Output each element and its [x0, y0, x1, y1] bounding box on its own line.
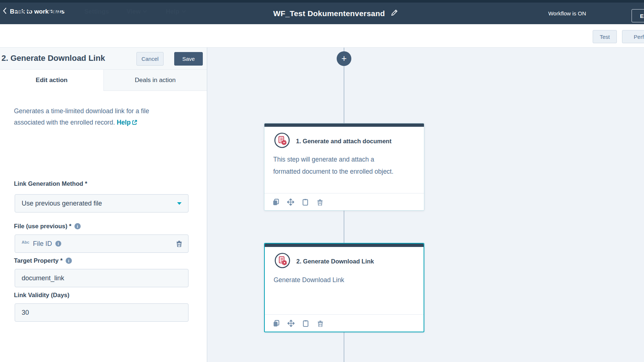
chevron-down-icon — [143, 8, 147, 12]
document-generate-icon — [274, 252, 290, 270]
card-description: This step will generate and attach a for… — [273, 154, 402, 178]
card-accent-bar — [264, 123, 424, 127]
clipboard-icon[interactable] — [302, 199, 309, 206]
performance-button[interactable]: Performance — [622, 30, 644, 43]
add-action-button[interactable]: + — [337, 51, 351, 66]
menu-view[interactable]: View — [127, 0, 146, 23]
menu-help[interactable]: Help — [166, 0, 185, 23]
card-title: 2. Generate Download Link — [296, 258, 374, 265]
move-icon[interactable] — [287, 199, 294, 206]
chevron-down-icon — [182, 8, 186, 12]
card-toolbar — [264, 193, 424, 210]
cancel-button[interactable]: Cancel — [136, 52, 164, 66]
file-token: File ID — [33, 240, 52, 248]
card-title: 1. Generate and attach document — [296, 138, 391, 145]
editor-menubar — [0, 24, 644, 48]
chevron-left-icon — [3, 7, 7, 16]
card-toolbar — [265, 314, 424, 332]
menu-settings[interactable]: Settings — [84, 0, 109, 23]
info-icon[interactable]: i — [55, 241, 61, 247]
action-description: Generates a time-limited download link f… — [14, 106, 181, 129]
file-token-field[interactable]: Abc File ID i — [15, 234, 189, 253]
panel-header: 2. Generate Download Link Cancel Save — [0, 48, 207, 70]
workflow-title: WF_Test Dokumentenversand — [273, 9, 385, 18]
chevron-down-icon — [177, 202, 182, 205]
info-icon[interactable]: i — [66, 258, 72, 264]
enroll-button[interactable]: Enroll — [632, 9, 644, 22]
menu-edit[interactable]: Edit — [49, 0, 66, 23]
tab-deals-in-action[interactable]: Deals in action — [104, 70, 207, 91]
clipboard-icon[interactable] — [302, 320, 309, 327]
trash-icon[interactable] — [176, 240, 183, 249]
external-link-icon — [132, 117, 137, 129]
token-type-badge: Abc — [22, 240, 29, 244]
save-button[interactable]: Save — [174, 52, 203, 66]
card-accent-bar — [265, 244, 424, 247]
copy-icon[interactable] — [272, 199, 279, 206]
panel-tabs: Edit action Deals in action — [0, 70, 207, 91]
trash-icon[interactable] — [316, 199, 323, 206]
workflow-editor: Back to workflows WF_Test Dokumentenvers… — [0, 0, 644, 362]
panel-title: 2. Generate Download Link — [1, 53, 105, 63]
workflow-canvas: + + + 1. Genera — [208, 48, 644, 362]
link-validity-input[interactable]: 30 — [15, 303, 189, 322]
workflow-status: Workflow is ON — [548, 10, 586, 16]
link-validity-label: Link Validity (Days) — [14, 292, 69, 299]
document-generate-icon — [274, 132, 290, 150]
link-method-label: Link Generation Method * — [14, 180, 87, 187]
action-card-2[interactable]: 2. Generate Download Link Generate Downl… — [264, 243, 424, 332]
card-description: Generate Download Link — [274, 274, 413, 286]
link-method-value: Use previous generated file — [22, 200, 102, 207]
action-edit-panel: 2. Generate Download Link Cancel Save Ed… — [0, 48, 207, 362]
copy-icon[interactable] — [273, 320, 280, 327]
menu-file[interactable]: File — [14, 0, 30, 23]
target-property-input[interactable]: document_link — [15, 269, 189, 287]
link-method-select[interactable]: Use previous generated file — [15, 194, 189, 213]
action-card-1[interactable]: 1. Generate and attach document This ste… — [264, 123, 424, 211]
info-icon[interactable]: i — [74, 223, 81, 229]
tab-edit-action[interactable]: Edit action — [0, 70, 104, 91]
move-icon[interactable] — [288, 320, 294, 327]
chevron-down-icon — [27, 8, 31, 12]
panel-body: Generates a time-limited download link f… — [0, 91, 207, 362]
file-field-label: File (use previous) * i — [14, 223, 81, 230]
help-link[interactable]: Help — [117, 119, 137, 126]
test-button[interactable]: Test — [593, 30, 617, 43]
trash-icon[interactable] — [317, 320, 324, 327]
pencil-icon[interactable] — [391, 9, 398, 18]
target-property-label: Target Property * i — [14, 257, 72, 264]
chevron-down-icon — [63, 8, 67, 12]
